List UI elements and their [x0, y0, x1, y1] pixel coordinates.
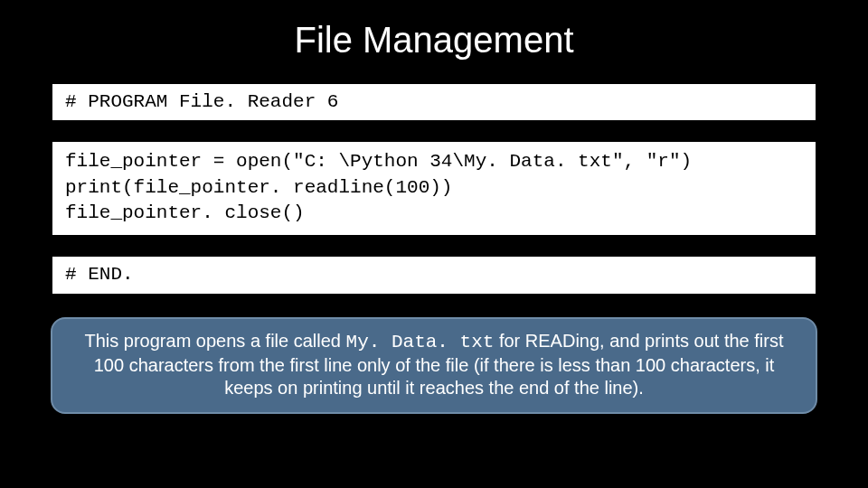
description-filename: My. Data. txt — [346, 332, 495, 352]
description-box: This program opens a file called My. Dat… — [51, 317, 817, 414]
description-text-pre: This program opens a file called — [84, 331, 345, 351]
slide-title: File Management — [0, 0, 868, 61]
code-line: file_pointer = open("C: \Python 34\My. D… — [65, 149, 803, 174]
code-block-main: file_pointer = open("C: \Python 34\My. D… — [52, 142, 816, 235]
code-line: print(file_pointer. readline(100)) — [65, 175, 803, 201]
code-line: file_pointer. close() — [65, 201, 803, 226]
code-block-program-header: # PROGRAM File. Reader 6 — [52, 84, 816, 120]
slide: File Management # PROGRAM File. Reader 6… — [0, 0, 868, 488]
code-block-end: # END. — [52, 257, 816, 293]
code-line: # END. — [65, 264, 134, 285]
code-line: # PROGRAM File. Reader 6 — [65, 91, 338, 112]
